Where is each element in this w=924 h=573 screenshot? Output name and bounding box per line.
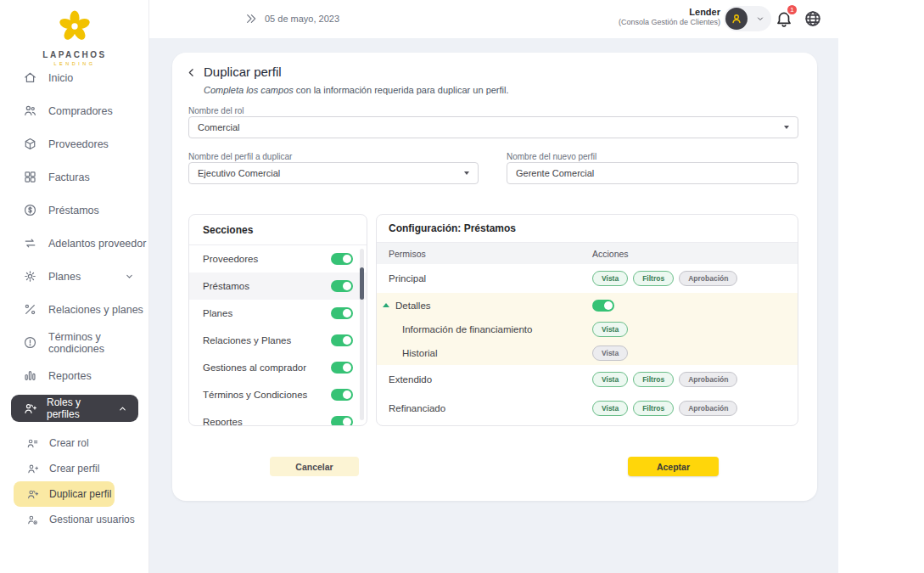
sidebar-item-reportes[interactable]: Reportes: [0, 359, 149, 392]
section-row-terminos-y-condiciones[interactable]: Términos y Condiciones: [189, 381, 367, 408]
source-profile-select[interactable]: Ejecutivo Comercial: [188, 162, 479, 184]
topbar: 05 de mayo, 2023 Lender (Consola Gestión…: [149, 0, 924, 38]
sidebar-subitem-label: Gestionar usuarios: [49, 514, 135, 525]
chip-aprobacion[interactable]: Aprobación: [679, 271, 737, 286]
permission-label: Historial: [402, 348, 438, 358]
sidebar-item-label: Planes: [48, 271, 81, 283]
sidebar-item-label: Roles y perfiles: [47, 396, 108, 420]
avatar[interactable]: [725, 8, 748, 30]
sections-panel: Secciones ProveedoresPréstamosPlanesRela…: [188, 214, 367, 426]
sidebar-item-label: Compradores: [48, 105, 113, 117]
grid-icon: [23, 170, 37, 184]
chip-filtros[interactable]: Filtros: [633, 401, 674, 416]
role-select[interactable]: Comercial: [188, 116, 798, 138]
exchange-icon: [23, 236, 37, 250]
home-icon: [23, 70, 37, 85]
section-toggle-gestiones-al-comprador[interactable]: [331, 362, 353, 374]
sidebar-item-facturas[interactable]: Facturas: [0, 160, 149, 194]
sidebar-item-roles-y-perfiles[interactable]: Roles y perfiles: [11, 395, 138, 422]
section-toggle-proveedores[interactable]: [331, 253, 353, 265]
section-toggle-planes[interactable]: [331, 307, 353, 319]
sections-scrollbar[interactable]: [360, 249, 364, 420]
permission-row-extendido: ExtendidoVistaFiltrosAprobación: [377, 365, 798, 394]
page-title: Duplicar perfil: [204, 65, 282, 79]
chip-vista[interactable]: Vista: [592, 322, 628, 337]
config-columns-header: Permisos Acciones: [377, 243, 798, 264]
chip-filtros[interactable]: Filtros: [633, 271, 674, 286]
chip-filtros[interactable]: Filtros: [633, 372, 674, 387]
chip-aprobacion[interactable]: Aprobación: [679, 372, 737, 387]
permission-label: Detalles: [395, 301, 431, 311]
section-row-gestiones-al-comprador[interactable]: Gestiones al comprador: [189, 354, 367, 381]
language-globe-icon[interactable]: [804, 9, 822, 28]
section-toggle-reportes[interactable]: [331, 416, 353, 425]
sidebar-item-terminos-y-condiciones[interactable]: Términos y condiciones: [0, 326, 149, 359]
permission-label: Principal: [389, 273, 426, 284]
sidebar-subitem-gestionar-usuarios[interactable]: Gestionar usuarios: [0, 507, 149, 532]
gear-icon: [23, 269, 37, 284]
user-menu[interactable]: [724, 6, 771, 31]
flower-logo-icon: [51, 7, 98, 46]
permissions-column-header: Permisos: [389, 249, 426, 259]
sidebar-item-planes[interactable]: Planes: [0, 260, 149, 293]
permission-toggle-detalles[interactable]: [592, 300, 614, 312]
section-toggle-relaciones-y-planes[interactable]: [331, 334, 353, 346]
chip-vista[interactable]: Vista: [592, 372, 628, 387]
back-chevron-icon[interactable]: [185, 66, 198, 79]
sidebar-item-proveedores[interactable]: Proveedores: [0, 127, 149, 160]
chevron-down-icon[interactable]: [755, 14, 765, 24]
users-plus-icon: [26, 488, 39, 501]
double-chevron-right-icon[interactable]: [244, 12, 258, 25]
sidebar-item-label: Términos y condiciones: [48, 331, 149, 355]
config-rows: PrincipalVistaFiltrosAprobaciónDetallesI…: [377, 264, 798, 423]
sidebar-item-relaciones-y-planes[interactable]: Relaciones y planes: [0, 293, 149, 326]
sidebar-subitem-duplicar-perfil[interactable]: Duplicar perfil: [14, 481, 115, 507]
section-label: Términos y Condiciones: [203, 390, 307, 400]
accept-button[interactable]: Aceptar: [628, 457, 719, 476]
box-icon: [23, 137, 37, 151]
section-row-relaciones-y-planes[interactable]: Relaciones y Planes: [189, 327, 367, 354]
permission-row-historial: HistorialVista: [377, 341, 798, 365]
actions-column-header: Acciones: [592, 249, 629, 259]
chip-vista[interactable]: Vista: [592, 401, 628, 416]
sidebar-subitem-crear-perfil[interactable]: Crear perfil: [0, 456, 149, 481]
chip-aprobacion[interactable]: Aprobación: [679, 401, 737, 416]
percent-icon: [23, 302, 37, 317]
sidebar-item-compradores[interactable]: Compradores: [0, 94, 149, 127]
collapse-caret-icon[interactable]: [383, 303, 389, 307]
sidebar-subitem-label: Crear perfil: [49, 463, 99, 475]
permission-label: Extendido: [389, 374, 432, 385]
permission-label: Información de financiamiento: [402, 324, 532, 334]
section-row-proveedores[interactable]: Proveedores: [189, 245, 367, 272]
alert-circle-icon: [23, 335, 37, 350]
section-label: Gestiones al comprador: [203, 362, 306, 373]
sidebar-nav: InicioCompradoresProveedoresFacturasPrés…: [0, 61, 149, 424]
actions-cell: VistaFiltrosAprobación: [592, 401, 737, 416]
notification-badge: 1: [786, 3, 798, 16]
cancel-button[interactable]: Cancelar: [270, 457, 359, 476]
sidebar-item-label: Relaciones y planes: [48, 304, 143, 316]
actions-cell: VistaFiltrosAprobación: [592, 271, 737, 286]
page-subtitle: Completa los campos con la información r…: [204, 85, 509, 95]
user-subtitle: (Consola Gestión de Clientes): [619, 18, 720, 26]
sidebar-item-prestamos[interactable]: Préstamos: [0, 194, 149, 227]
new-profile-input[interactable]: [507, 162, 798, 184]
role-name-label: Nombre del rol: [188, 106, 244, 115]
sidebar-item-adelantos-proveedor[interactable]: Adelantos proveedor: [0, 227, 149, 260]
chip-vista[interactable]: Vista: [592, 345, 628, 361]
section-label: Préstamos: [203, 281, 249, 291]
sidebar-subnav: Crear rolCrear perfilDuplicar perfilGest…: [0, 430, 149, 532]
chip-vista[interactable]: Vista: [592, 271, 628, 286]
section-row-reportes[interactable]: Reportes: [189, 408, 367, 425]
sections-scrollbar-thumb[interactable]: [360, 267, 364, 300]
users-plus-icon: [23, 402, 37, 416]
section-toggle-prestamos[interactable]: [331, 280, 353, 292]
user-name: Lender: [619, 7, 720, 17]
section-row-prestamos[interactable]: Préstamos: [189, 272, 367, 300]
sidebar-subitem-crear-rol[interactable]: Crear rol: [0, 430, 149, 456]
section-toggle-terminos-y-condiciones[interactable]: [331, 389, 353, 401]
sidebar-item-inicio[interactable]: Inicio: [0, 61, 149, 94]
section-row-planes[interactable]: Planes: [189, 300, 367, 327]
sections-list: ProveedoresPréstamosPlanesRelaciones y P…: [189, 245, 367, 425]
sidebar-item-label: Adelantos proveedor: [48, 238, 146, 250]
